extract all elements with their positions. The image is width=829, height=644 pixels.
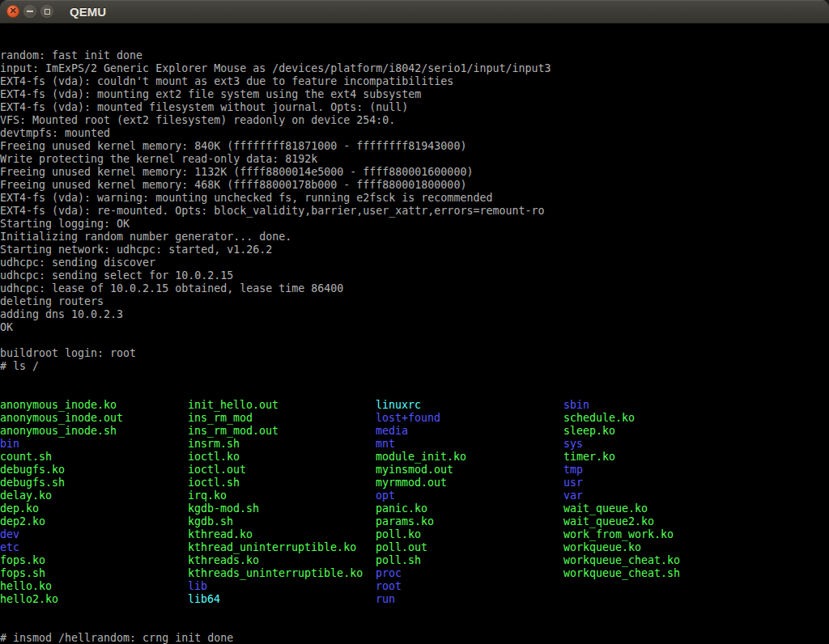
qemu-window: ✕ QEMU random: fast init done input: ImE… [0,0,829,644]
file-entry: debugfs.sh [0,477,188,489]
file-entry: wait_queue2.ko [563,515,751,528]
file-entry: work_from_work.ko [563,528,751,541]
ls-row: dep.kokgdb-mod.shpanic.kowait_queue.ko [0,502,829,515]
file-entry: workqueue_cheat.sh [563,567,751,580]
file-entry: schedule.ko [563,412,751,425]
ls-row: etckthread_uninterruptible.kopoll.outwor… [0,541,829,554]
file-entry: anonymous_inode.out [0,412,188,425]
ls-row: dep2.kokgdb.shparams.kowait_queue2.ko [0,515,829,528]
close-icon: ✕ [9,6,16,15]
file-entry: sbin [563,399,751,412]
file-entry: media [376,425,563,438]
file-entry: lib64 [188,593,376,606]
ls-row: fops.kokthreads.kopoll.shworkqueue_cheat… [0,554,829,567]
file-entry: wait_queue.ko [563,502,751,515]
close-button[interactable]: ✕ [6,5,19,18]
file-entry: fops.sh [0,567,188,580]
file-entry: var [563,489,751,502]
terminal-screen[interactable]: random: fast init done input: ImExPS/2 G… [0,23,829,644]
file-entry: kthread_uninterruptible.ko [188,541,376,554]
ls-row: hello2.kolib64run [0,593,829,606]
file-entry: count.sh [0,451,188,464]
file-entry: dev [0,528,188,541]
ls-row: anonymous_inode.outins_rm_modlost+founds… [0,412,829,425]
file-entry: poll.sh [376,554,563,567]
ls-row: count.shioctl.komodule_init.kotimer.ko [0,451,829,464]
file-entry: ioctl.sh [188,477,376,489]
file-entry: bin [0,438,188,451]
file-entry: params.ko [376,515,563,528]
file-entry: tmp [563,464,751,477]
file-entry: usr [563,477,751,489]
file-entry: hello.ko [0,580,188,593]
file-entry: mnt [376,438,563,451]
file-entry: delay.ko [0,489,188,502]
file-entry: root [376,580,563,593]
ls-listing: anonymous_inode.koinit_hello.outlinuxrcs… [0,399,829,606]
file-entry: kthread.ko [188,528,376,541]
file-entry: kthreads.ko [188,554,376,567]
ls-row: anonymous_inode.shins_rm_mod.outmediasle… [0,425,829,438]
file-entry: lost+found [376,412,563,425]
ls-row: devkthread.kopoll.kowork_from_work.ko [0,528,829,541]
file-entry: sleep.ko [563,425,751,438]
file-entry: fops.ko [0,554,188,567]
file-entry: proc [376,567,563,580]
ls-row: fops.shkthreads_uninterruptible.koprocwo… [0,567,829,580]
file-entry: kthreads_uninterruptible.ko [188,567,376,580]
file-entry: insrm.sh [188,438,376,451]
file-entry: hello2.ko [0,593,188,606]
file-entry: kgdb.sh [188,515,376,528]
file-entry: lib [188,580,376,593]
file-entry: timer.ko [563,451,751,464]
titlebar[interactable]: ✕ QEMU [0,0,829,23]
ls-row: anonymous_inode.koinit_hello.outlinuxrcs… [0,399,829,412]
file-entry: dep.ko [0,502,188,515]
shell-log: # insmod /hellrandom: crng init done # i… [0,632,829,644]
maximize-button[interactable] [40,5,53,18]
file-entry: module_init.ko [376,451,563,464]
file-entry: irq.ko [188,489,376,502]
window-title: QEMU [70,5,106,19]
ls-row: delay.koirq.kooptvar [0,489,829,502]
file-entry: anonymous_inode.sh [0,425,188,438]
file-entry: myrmmod.out [376,477,563,489]
file-entry: dep2.ko [0,515,188,528]
file-entry: workqueue_cheat.ko [563,554,751,567]
file-entry: run [376,593,563,606]
minimize-button[interactable] [23,5,36,18]
file-entry: poll.ko [376,528,563,541]
ls-row: hello.kolibroot [0,580,829,593]
ls-row: debugfs.shioctl.shmyrmmod.outusr [0,477,829,489]
file-entry: debugfs.ko [0,464,188,477]
file-entry: etc [0,541,188,554]
file-entry: ioctl.ko [188,451,376,464]
minimize-icon [27,11,33,12]
file-entry: sys [563,438,751,451]
file-entry: linuxrc [376,399,563,412]
file-entry: kgdb-mod.sh [188,502,376,515]
ls-row: bininsrm.shmntsys [0,438,829,451]
ls-row: debugfs.koioctl.outmyinsmod.outtmp [0,464,829,477]
file-entry: ins_rm_mod [188,412,376,425]
file-entry: panic.ko [376,502,563,515]
maximize-icon [45,9,50,15]
file-entry: ioctl.out [188,464,376,477]
file-entry: opt [376,489,563,502]
file-entry: workqueue.ko [563,541,751,554]
file-entry: poll.out [376,541,563,554]
file-entry: myinsmod.out [376,464,563,477]
file-entry: anonymous_inode.ko [0,399,188,412]
file-entry: init_hello.out [188,399,376,412]
file-entry: ins_rm_mod.out [188,425,376,438]
boot-log: random: fast init done input: ImExPS/2 G… [0,49,829,373]
